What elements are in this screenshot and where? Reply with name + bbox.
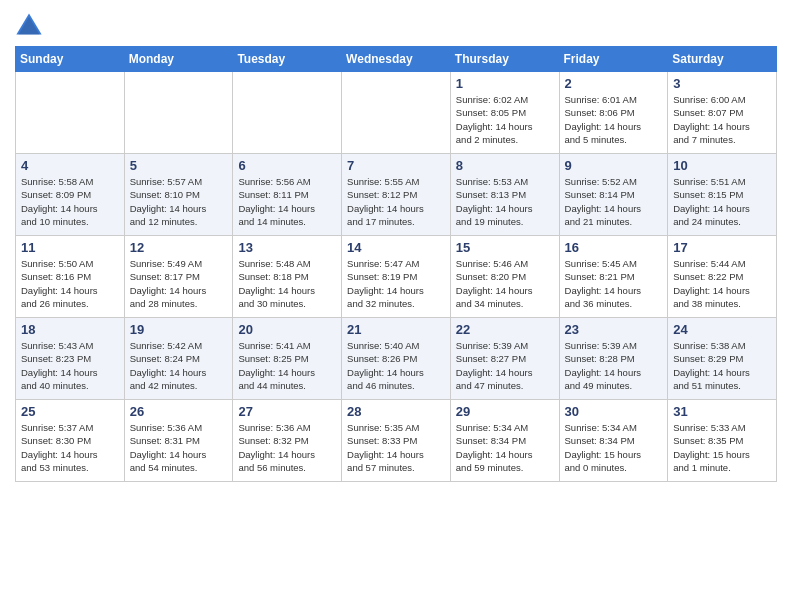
day-number: 9: [565, 158, 663, 173]
day-number: 3: [673, 76, 771, 91]
day-cell: 28Sunrise: 5:35 AMSunset: 8:33 PMDayligh…: [342, 400, 451, 482]
day-info: Sunrise: 5:56 AMSunset: 8:11 PMDaylight:…: [238, 175, 336, 228]
day-info: Sunrise: 6:01 AMSunset: 8:06 PMDaylight:…: [565, 93, 663, 146]
day-info: Sunrise: 5:57 AMSunset: 8:10 PMDaylight:…: [130, 175, 228, 228]
week-row-5: 25Sunrise: 5:37 AMSunset: 8:30 PMDayligh…: [16, 400, 777, 482]
col-header-tuesday: Tuesday: [233, 47, 342, 72]
day-cell: 14Sunrise: 5:47 AMSunset: 8:19 PMDayligh…: [342, 236, 451, 318]
day-cell: 15Sunrise: 5:46 AMSunset: 8:20 PMDayligh…: [450, 236, 559, 318]
day-cell: 17Sunrise: 5:44 AMSunset: 8:22 PMDayligh…: [668, 236, 777, 318]
day-info: Sunrise: 5:46 AMSunset: 8:20 PMDaylight:…: [456, 257, 554, 310]
day-cell: [342, 72, 451, 154]
header-row: SundayMondayTuesdayWednesdayThursdayFrid…: [16, 47, 777, 72]
day-cell: 6Sunrise: 5:56 AMSunset: 8:11 PMDaylight…: [233, 154, 342, 236]
day-cell: 24Sunrise: 5:38 AMSunset: 8:29 PMDayligh…: [668, 318, 777, 400]
day-info: Sunrise: 5:36 AMSunset: 8:31 PMDaylight:…: [130, 421, 228, 474]
day-cell: 4Sunrise: 5:58 AMSunset: 8:09 PMDaylight…: [16, 154, 125, 236]
day-info: Sunrise: 5:35 AMSunset: 8:33 PMDaylight:…: [347, 421, 445, 474]
day-cell: 3Sunrise: 6:00 AMSunset: 8:07 PMDaylight…: [668, 72, 777, 154]
week-row-1: 1Sunrise: 6:02 AMSunset: 8:05 PMDaylight…: [16, 72, 777, 154]
day-info: Sunrise: 5:50 AMSunset: 8:16 PMDaylight:…: [21, 257, 119, 310]
day-number: 4: [21, 158, 119, 173]
day-cell: 25Sunrise: 5:37 AMSunset: 8:30 PMDayligh…: [16, 400, 125, 482]
day-cell: 18Sunrise: 5:43 AMSunset: 8:23 PMDayligh…: [16, 318, 125, 400]
day-number: 10: [673, 158, 771, 173]
day-cell: 9Sunrise: 5:52 AMSunset: 8:14 PMDaylight…: [559, 154, 668, 236]
day-cell: 13Sunrise: 5:48 AMSunset: 8:18 PMDayligh…: [233, 236, 342, 318]
day-cell: [16, 72, 125, 154]
day-info: Sunrise: 5:52 AMSunset: 8:14 PMDaylight:…: [565, 175, 663, 228]
col-header-monday: Monday: [124, 47, 233, 72]
day-cell: 23Sunrise: 5:39 AMSunset: 8:28 PMDayligh…: [559, 318, 668, 400]
day-info: Sunrise: 5:48 AMSunset: 8:18 PMDaylight:…: [238, 257, 336, 310]
logo: [15, 10, 47, 38]
day-number: 8: [456, 158, 554, 173]
day-info: Sunrise: 5:39 AMSunset: 8:28 PMDaylight:…: [565, 339, 663, 392]
day-number: 31: [673, 404, 771, 419]
calendar-table: SundayMondayTuesdayWednesdayThursdayFrid…: [15, 46, 777, 482]
day-number: 21: [347, 322, 445, 337]
col-header-sunday: Sunday: [16, 47, 125, 72]
day-cell: 7Sunrise: 5:55 AMSunset: 8:12 PMDaylight…: [342, 154, 451, 236]
day-info: Sunrise: 5:38 AMSunset: 8:29 PMDaylight:…: [673, 339, 771, 392]
day-number: 16: [565, 240, 663, 255]
day-info: Sunrise: 5:37 AMSunset: 8:30 PMDaylight:…: [21, 421, 119, 474]
page-header: [15, 10, 777, 38]
day-number: 30: [565, 404, 663, 419]
day-number: 25: [21, 404, 119, 419]
day-info: Sunrise: 5:44 AMSunset: 8:22 PMDaylight:…: [673, 257, 771, 310]
day-number: 7: [347, 158, 445, 173]
day-cell: 2Sunrise: 6:01 AMSunset: 8:06 PMDaylight…: [559, 72, 668, 154]
day-info: Sunrise: 5:45 AMSunset: 8:21 PMDaylight:…: [565, 257, 663, 310]
day-info: Sunrise: 5:36 AMSunset: 8:32 PMDaylight:…: [238, 421, 336, 474]
day-info: Sunrise: 5:51 AMSunset: 8:15 PMDaylight:…: [673, 175, 771, 228]
day-cell: 21Sunrise: 5:40 AMSunset: 8:26 PMDayligh…: [342, 318, 451, 400]
day-info: Sunrise: 5:42 AMSunset: 8:24 PMDaylight:…: [130, 339, 228, 392]
day-number: 11: [21, 240, 119, 255]
day-number: 20: [238, 322, 336, 337]
day-number: 13: [238, 240, 336, 255]
week-row-3: 11Sunrise: 5:50 AMSunset: 8:16 PMDayligh…: [16, 236, 777, 318]
day-cell: 1Sunrise: 6:02 AMSunset: 8:05 PMDaylight…: [450, 72, 559, 154]
day-number: 27: [238, 404, 336, 419]
day-number: 23: [565, 322, 663, 337]
week-row-4: 18Sunrise: 5:43 AMSunset: 8:23 PMDayligh…: [16, 318, 777, 400]
day-number: 12: [130, 240, 228, 255]
day-cell: 5Sunrise: 5:57 AMSunset: 8:10 PMDaylight…: [124, 154, 233, 236]
day-number: 24: [673, 322, 771, 337]
day-info: Sunrise: 5:40 AMSunset: 8:26 PMDaylight:…: [347, 339, 445, 392]
day-cell: 26Sunrise: 5:36 AMSunset: 8:31 PMDayligh…: [124, 400, 233, 482]
day-info: Sunrise: 6:02 AMSunset: 8:05 PMDaylight:…: [456, 93, 554, 146]
day-info: Sunrise: 5:41 AMSunset: 8:25 PMDaylight:…: [238, 339, 336, 392]
day-info: Sunrise: 5:53 AMSunset: 8:13 PMDaylight:…: [456, 175, 554, 228]
day-number: 6: [238, 158, 336, 173]
week-row-2: 4Sunrise: 5:58 AMSunset: 8:09 PMDaylight…: [16, 154, 777, 236]
day-number: 22: [456, 322, 554, 337]
col-header-saturday: Saturday: [668, 47, 777, 72]
logo-icon: [15, 10, 43, 38]
day-number: 18: [21, 322, 119, 337]
day-cell: 27Sunrise: 5:36 AMSunset: 8:32 PMDayligh…: [233, 400, 342, 482]
day-cell: 12Sunrise: 5:49 AMSunset: 8:17 PMDayligh…: [124, 236, 233, 318]
day-cell: 8Sunrise: 5:53 AMSunset: 8:13 PMDaylight…: [450, 154, 559, 236]
day-cell: [124, 72, 233, 154]
day-cell: 19Sunrise: 5:42 AMSunset: 8:24 PMDayligh…: [124, 318, 233, 400]
day-number: 19: [130, 322, 228, 337]
day-number: 14: [347, 240, 445, 255]
day-info: Sunrise: 5:49 AMSunset: 8:17 PMDaylight:…: [130, 257, 228, 310]
day-info: Sunrise: 5:34 AMSunset: 8:34 PMDaylight:…: [456, 421, 554, 474]
day-info: Sunrise: 5:47 AMSunset: 8:19 PMDaylight:…: [347, 257, 445, 310]
day-info: Sunrise: 5:34 AMSunset: 8:34 PMDaylight:…: [565, 421, 663, 474]
day-cell: 30Sunrise: 5:34 AMSunset: 8:34 PMDayligh…: [559, 400, 668, 482]
day-number: 29: [456, 404, 554, 419]
day-cell: 22Sunrise: 5:39 AMSunset: 8:27 PMDayligh…: [450, 318, 559, 400]
day-number: 28: [347, 404, 445, 419]
day-cell: 16Sunrise: 5:45 AMSunset: 8:21 PMDayligh…: [559, 236, 668, 318]
day-info: Sunrise: 5:55 AMSunset: 8:12 PMDaylight:…: [347, 175, 445, 228]
day-cell: 31Sunrise: 5:33 AMSunset: 8:35 PMDayligh…: [668, 400, 777, 482]
day-cell: 20Sunrise: 5:41 AMSunset: 8:25 PMDayligh…: [233, 318, 342, 400]
col-header-friday: Friday: [559, 47, 668, 72]
day-info: Sunrise: 6:00 AMSunset: 8:07 PMDaylight:…: [673, 93, 771, 146]
day-info: Sunrise: 5:33 AMSunset: 8:35 PMDaylight:…: [673, 421, 771, 474]
day-info: Sunrise: 5:58 AMSunset: 8:09 PMDaylight:…: [21, 175, 119, 228]
